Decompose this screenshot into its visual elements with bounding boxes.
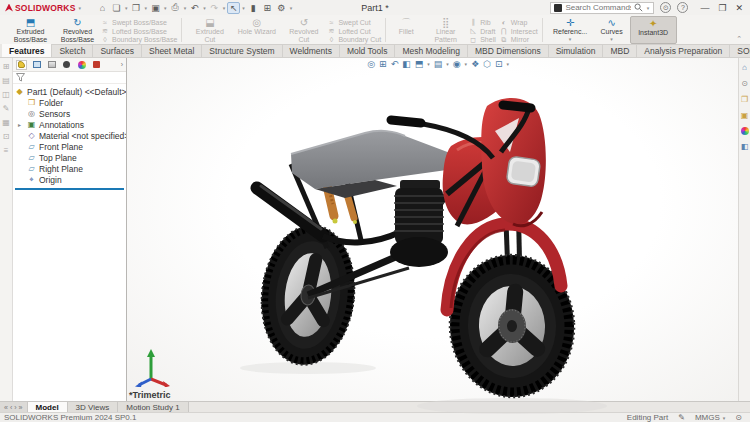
open-caret-icon[interactable]: ▾ — [145, 5, 148, 11]
redo-caret-icon[interactable]: ▾ — [223, 5, 226, 11]
graphics-viewport[interactable]: ◎ ⊞ ↶ ◧ ⬒▾ ▤▾ ◉▾ ❖ ⬡ ⊡▾ — [127, 58, 738, 401]
menu-expand-caret-icon[interactable]: ▾ — [79, 5, 82, 11]
edit-appearance-icon[interactable]: ❖ — [471, 59, 479, 69]
tab-model[interactable]: Model — [28, 402, 68, 412]
solidworks-logo[interactable]: SOLIDWORKS ▾ — [5, 3, 82, 13]
search-input[interactable] — [565, 3, 630, 12]
tab-featuremanager[interactable] — [16, 60, 27, 70]
display-style-caret-icon[interactable]: ▾ — [446, 61, 449, 67]
tab-nav-arrow-icon[interactable]: » — [19, 404, 23, 411]
reference-geometry-button[interactable]: ✛ Referenc... ▾ — [547, 16, 594, 44]
left-strip-icon[interactable]: ≡ — [4, 146, 9, 155]
undo-caret-icon[interactable]: ▾ — [203, 5, 206, 11]
tab-cam[interactable] — [91, 60, 102, 70]
tab-configurationmanager[interactable] — [46, 60, 57, 70]
solidworks-resources-icon[interactable]: ⌂ — [742, 63, 747, 72]
left-strip-icon[interactable]: ▤ — [2, 76, 10, 85]
reference-caret-icon[interactable]: ▾ — [569, 36, 572, 42]
tree-item[interactable]: ⌖ Origin — [13, 174, 126, 185]
fillet-button[interactable]: ⌒ Fillet — [390, 16, 422, 44]
search-caret-icon[interactable]: ▾ — [647, 5, 650, 11]
pattern-small-button[interactable]: ⋂ Intersect — [500, 27, 538, 36]
zoom-to-area-icon[interactable]: ⊞ — [379, 59, 387, 69]
command-tab[interactable]: Structure System — [202, 44, 282, 57]
options-gear-icon[interactable]: ⚙ — [275, 2, 288, 14]
pattern-small-button[interactable]: ∥ Rib — [469, 18, 496, 27]
tree-item[interactable]: ❒ Folder — [13, 97, 126, 108]
select-caret-icon[interactable]: ▾ — [242, 5, 245, 11]
revolved-cut-button[interactable]: ↺ Revolved Cut — [280, 16, 327, 44]
pattern-small-button[interactable]: ◺ Draft — [469, 27, 496, 36]
hide-show-items-icon[interactable]: ◉ — [453, 59, 461, 69]
extruded-cut-button[interactable]: ⬓ Extruded Cut — [186, 16, 233, 44]
pattern-small-button[interactable]: ◐ Wrap — [500, 18, 538, 27]
file-explorer-icon[interactable]: ❐ — [741, 95, 748, 104]
tab-features[interactable]: Features — [2, 44, 52, 57]
close-button[interactable]: ✕ — [735, 3, 743, 13]
new-document-icon[interactable]: ❏ — [110, 2, 123, 14]
left-strip-icon[interactable]: ▦ — [2, 118, 10, 127]
cut-small-button[interactable]: ◊ Boundary Cut — [327, 35, 381, 44]
new-caret-icon[interactable]: ▾ — [125, 5, 128, 11]
command-tab[interactable]: Surfaces — [93, 44, 142, 57]
command-tab[interactable]: Simulation — [549, 44, 604, 57]
curves-caret-icon[interactable]: ▾ — [610, 36, 613, 42]
command-tab[interactable]: Sketch — [52, 44, 93, 57]
tab-nav-arrow-icon[interactable]: « — [4, 404, 8, 411]
view-orientation-icon[interactable]: ⬒ — [415, 59, 424, 69]
left-strip-icon[interactable]: ✎ — [3, 104, 10, 113]
view-settings-icon[interactable]: ⊡ — [495, 59, 503, 69]
zoom-to-fit-icon[interactable]: ◎ — [367, 59, 375, 69]
custom-properties-icon[interactable]: ◧ — [741, 142, 749, 151]
pattern-small-button[interactable]: ◻ Shell — [469, 35, 496, 44]
redo-icon[interactable]: ↷ — [208, 2, 221, 14]
search-icon[interactable] — [634, 3, 643, 12]
left-strip-icon[interactable]: ◫ — [2, 90, 10, 99]
command-tab[interactable]: SOLIDWORKS Visualize — [730, 44, 750, 57]
boss-small-button[interactable]: ◊ Boundary Boss/Base — [101, 35, 177, 44]
save-caret-icon[interactable]: ▾ — [164, 5, 167, 11]
instant3d-button[interactable]: ✦ Instant3D — [630, 16, 677, 44]
tree-item[interactable]: ◎ Sensors — [13, 108, 126, 119]
revolved-boss-base-button[interactable]: ↻ Revolved Boss/Base — [54, 16, 101, 44]
command-tab[interactable]: MBD Dimensions — [468, 44, 549, 57]
minimize-button[interactable]: — — [700, 3, 709, 13]
display-style-icon[interactable]: ▤ — [434, 59, 443, 69]
units-selector[interactable]: MMGS ▾ — [695, 413, 725, 422]
filter-funnel-icon[interactable] — [16, 73, 25, 82]
search-commands-box[interactable]: ▾ — [550, 2, 654, 14]
rollback-bar[interactable] — [15, 188, 124, 190]
design-library-icon[interactable]: ⊙ — [741, 79, 748, 88]
help-icon[interactable]: ? — [677, 2, 688, 13]
restore-button[interactable]: ❐ — [718, 3, 726, 13]
tree-item-part1[interactable]: ◆ Part1 (Default) <<Default>_Display S — [13, 86, 126, 97]
command-tab[interactable]: Weldments — [283, 44, 340, 57]
home-icon[interactable]: ⌂ — [96, 2, 109, 14]
tree-item[interactable]: ▱ Right Plane — [13, 163, 126, 174]
ribbon-collapse-icon[interactable]: ⌃ — [736, 35, 742, 43]
tree-expander-icon[interactable]: ▸ — [18, 121, 24, 128]
appearances-scenes-icon[interactable] — [741, 127, 749, 135]
command-tab[interactable]: Mold Tools — [340, 44, 395, 57]
cut-small-button[interactable]: ≈ Swept Cut — [327, 18, 381, 27]
bottom-tab[interactable]: Motion Study 1 — [118, 402, 188, 412]
tab-nav-arrow-icon[interactable]: ‹ — [10, 404, 12, 411]
rebuild-icon[interactable]: ▮ — [247, 2, 260, 14]
bottom-tab[interactable]: 3D Views — [68, 402, 119, 412]
open-document-icon[interactable]: ❐ — [130, 2, 143, 14]
hide-show-caret-icon[interactable]: ▾ — [465, 61, 468, 67]
tab-displaymanager[interactable] — [76, 60, 87, 70]
panel-tabs-overflow-icon[interactable]: › — [121, 61, 123, 68]
user-account-icon[interactable]: ⊙ — [660, 2, 671, 13]
previous-view-icon[interactable]: ↶ — [391, 59, 399, 69]
apply-scene-icon[interactable]: ⬡ — [483, 59, 491, 69]
section-view-icon[interactable]: ◧ — [402, 59, 411, 69]
boss-small-button[interactable]: ≈ Swept Boss/Base — [101, 18, 177, 27]
tab-nav-arrow-icon[interactable]: › — [14, 404, 16, 411]
left-strip-icon[interactable]: ⊞ — [3, 62, 10, 71]
command-tab[interactable]: Analysis Preparation — [637, 44, 730, 57]
save-icon[interactable]: ▣ — [149, 2, 162, 14]
tree-item[interactable]: ◇ Material <not specified> — [13, 130, 126, 141]
tab-dimxpertmanager[interactable] — [61, 60, 72, 70]
command-tab[interactable]: Mesh Modeling — [395, 44, 468, 57]
